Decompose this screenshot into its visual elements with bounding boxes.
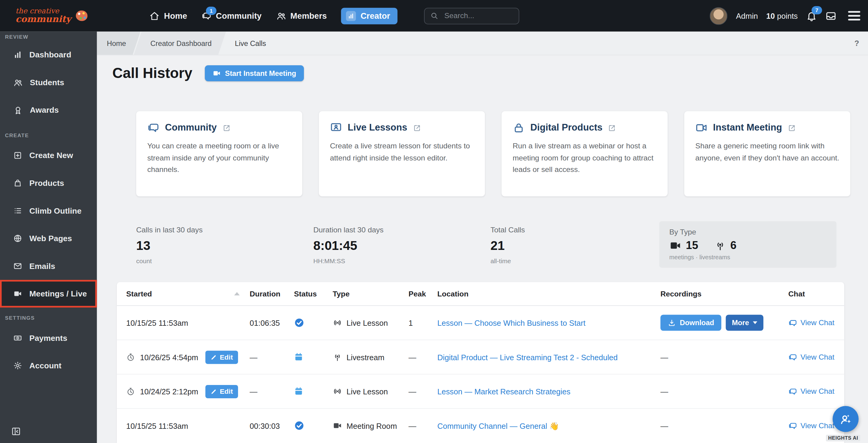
sidebar-item-products[interactable]: Products	[0, 169, 97, 197]
live-lesson-icon	[333, 386, 342, 396]
external-link-icon[interactable]	[222, 124, 230, 132]
breadcrumb-home[interactable]: Home	[97, 31, 140, 55]
sidebar-item-label: Create New	[29, 151, 73, 160]
more-button[interactable]: More	[726, 314, 764, 331]
sidebar-item-label: Awards	[30, 106, 59, 114]
column-header-location[interactable]: Location	[437, 289, 660, 298]
hamburger-menu-icon[interactable]	[848, 11, 860, 21]
view-chat-label: View Chat	[801, 421, 834, 430]
column-header-recordings[interactable]: Recordings	[660, 289, 788, 298]
lesson-screen-icon	[330, 122, 342, 134]
edit-button[interactable]: Edit	[205, 350, 238, 364]
sidebar-collapse-button[interactable]	[11, 427, 21, 436]
start-instant-meeting-button[interactable]: Start Instant Meeting	[205, 65, 304, 81]
sidebar-item-meetings-live[interactable]: Meetings / Live	[0, 280, 97, 308]
table-row: 10/15/25 11:53am 00:30:03 Meeting Room —…	[117, 409, 844, 443]
view-chat-link[interactable]: View Chat	[788, 353, 835, 362]
breadcrumb-home-label: Home	[107, 39, 126, 47]
type-label: Meeting Room	[347, 421, 397, 430]
lock-icon	[513, 122, 525, 134]
external-link-icon[interactable]	[787, 124, 796, 132]
column-header-status[interactable]: Status	[294, 289, 333, 298]
sidebar-item-create-new[interactable]: Create New	[0, 142, 97, 170]
palette-icon	[76, 10, 87, 21]
heights-ai-fab[interactable]	[833, 406, 859, 432]
view-chat-link[interactable]: View Chat	[788, 318, 835, 327]
sidebar-item-emails[interactable]: Emails	[0, 252, 97, 280]
column-header-started[interactable]: Started	[126, 289, 249, 298]
card-community: Community You can create a meeting room …	[136, 111, 302, 196]
breadcrumb-creator-dashboard[interactable]: Creator Dashboard	[134, 31, 226, 55]
column-header-duration[interactable]: Duration	[250, 289, 294, 298]
nav-community[interactable]: 1 Community	[202, 11, 261, 21]
card-title: Digital Products	[530, 123, 603, 134]
location-link[interactable]: Lesson — Market Research Strategies	[437, 387, 570, 396]
nav-home[interactable]: Home	[150, 11, 187, 21]
meeting-room-camera-icon	[333, 421, 342, 430]
column-header-type[interactable]: Type	[333, 289, 409, 298]
breadcrumb: Home Creator Dashboard Live Calls ?	[97, 31, 868, 55]
location-link[interactable]: Digital Product — Live Streaming Test 2 …	[437, 353, 618, 362]
more-label: More	[732, 318, 749, 327]
type-label: Livestream	[347, 353, 384, 362]
external-link-icon[interactable]	[608, 124, 616, 132]
recordings-value: —	[660, 353, 788, 362]
avatar[interactable]	[710, 7, 728, 25]
duration-value: 01:06:35	[250, 318, 294, 327]
sidebar-item-web-pages[interactable]: Web Pages	[0, 225, 97, 252]
column-header-chat[interactable]: Chat	[788, 289, 835, 298]
top-navbar: the creative community Home 1 Community …	[0, 0, 868, 31]
nav-members-label: Members	[290, 11, 327, 21]
search-box[interactable]	[424, 7, 519, 24]
card-description: You can create a meeting room or a live …	[147, 140, 291, 176]
video-camera-icon	[13, 289, 22, 298]
pencil-icon	[211, 388, 217, 395]
info-cards: Community You can create a meeting room …	[136, 111, 850, 196]
sidebar-section-review: REVIEW	[0, 32, 97, 41]
chat-icon	[788, 387, 797, 396]
chat-icon	[788, 353, 797, 362]
sidebar-item-account[interactable]: Account	[0, 352, 97, 379]
logo[interactable]: the creative community	[16, 7, 88, 24]
help-button[interactable]: ?	[855, 31, 859, 55]
external-link-icon[interactable]	[413, 124, 421, 132]
header-label: Started	[126, 289, 152, 298]
card-title: Live Lessons	[347, 123, 407, 134]
nav-members[interactable]: Members	[276, 11, 327, 21]
inbox-icon[interactable]	[825, 10, 837, 22]
sidebar-item-label: Products	[29, 179, 64, 188]
sidebar-item-label: Climb Outline	[29, 206, 82, 215]
globe-icon	[13, 234, 22, 243]
peak-value: —	[409, 353, 437, 362]
nav-creator[interactable]: Creator	[341, 7, 397, 24]
view-chat-link[interactable]: View Chat	[788, 421, 835, 430]
gear-icon	[13, 361, 22, 370]
sidebar-item-climb-outline[interactable]: Climb Outline	[0, 197, 97, 225]
chat-icon	[788, 421, 797, 430]
started-value: 10/15/25 11:53am	[126, 318, 188, 327]
pencil-icon	[211, 354, 217, 361]
sidebar-item-payments[interactable]: Payments	[0, 324, 97, 352]
sidebar-item-students[interactable]: Students	[0, 69, 97, 96]
notifications-button[interactable]: 7	[806, 10, 817, 22]
location-link[interactable]: Community Channel — General 👋	[437, 421, 559, 430]
stat-duration-30-days: Duration last 30 days 8:01:45 HH:MM:SS	[313, 226, 479, 264]
top-navigation: Home 1 Community Members Creator	[150, 7, 519, 24]
started-value: 10/26/25 4:54pm	[140, 353, 198, 362]
search-input[interactable]	[443, 11, 513, 21]
sidebar-item-dashboard[interactable]: Dashboard	[0, 41, 97, 69]
table-row: 10/15/25 11:53am 01:06:35 Live Lesson 1 …	[117, 306, 844, 340]
sidebar-item-awards[interactable]: Awards	[0, 96, 97, 124]
search-icon	[430, 11, 438, 20]
points-label: points	[777, 11, 798, 20]
view-chat-link[interactable]: View Chat	[788, 387, 835, 396]
column-header-peak[interactable]: Peak	[409, 289, 437, 298]
card-description: Run a live stream as a webinar or host a…	[513, 140, 657, 176]
envelope-icon	[13, 262, 22, 270]
edit-button[interactable]: Edit	[205, 385, 238, 398]
sidebar-section-settings: SETTINGS	[0, 311, 97, 324]
download-button[interactable]: Download	[660, 314, 722, 331]
by-type-caption: meetings · livestreams	[669, 254, 827, 261]
started-value: 10/15/25 11:53am	[126, 421, 188, 430]
location-link[interactable]: Lesson — Choose Which Business to Start	[437, 318, 586, 327]
